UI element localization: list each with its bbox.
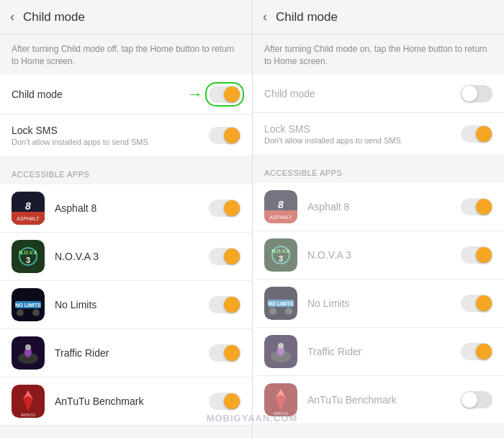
svg-text:3: 3	[279, 254, 283, 263]
left-child-mode-toggle[interactable]	[209, 86, 240, 103]
right-asphalt-name: Asphalt 8	[307, 201, 461, 213]
left-antutu-icon: ANTUTU	[12, 385, 45, 418]
left-section-header: ACCESSIBLE APPS	[0, 157, 252, 184]
main-container: ‹ Child mode After turning Child mode of…	[0, 0, 504, 438]
svg-text:ASPHALT: ASPHALT	[269, 215, 292, 220]
right-nova-name: N.O.V.A 3	[307, 249, 461, 261]
left-content: After turning Child mode off, tap the Ho…	[0, 35, 252, 438]
right-header: ‹ Child mode	[253, 0, 504, 35]
svg-point-37	[278, 343, 284, 349]
right-antutu-toggle[interactable]	[461, 391, 492, 408]
left-antutu-toggle[interactable]	[209, 393, 240, 410]
left-header: ‹ Child mode	[0, 0, 252, 35]
right-lock-sms-label: Lock SMS	[264, 123, 401, 135]
svg-text:3: 3	[26, 256, 30, 264]
left-header-title: Child mode	[23, 10, 85, 24]
left-asphalt-icon: 8 ASPHALT	[12, 192, 45, 225]
right-trafficrider-toggle[interactable]	[461, 343, 492, 360]
left-app-nolimits: NO LIMITS No Limits	[0, 281, 252, 329]
left-asphalt-name: Asphalt 8	[55, 202, 209, 214]
right-nolimits-toggle[interactable]	[461, 295, 492, 312]
left-child-mode-row: Child mode →	[0, 75, 252, 115]
green-arrow-icon: →	[187, 85, 203, 104]
right-nova-icon: N.O.V.A 3	[264, 238, 297, 272]
right-app-nolimits: NO LIMITS No Limits	[253, 280, 504, 328]
right-content: After turning Child mode on, tap the Hom…	[253, 35, 504, 438]
left-antutu-name: AnTuTu Benchmark	[55, 395, 209, 407]
left-nova-toggle[interactable]	[209, 248, 240, 265]
right-panel: ‹ Child mode After turning Child mode on…	[252, 0, 504, 438]
right-section-header-text: ACCESSIBLE APPS	[264, 169, 342, 177]
svg-text:ASPHALT: ASPHALT	[17, 216, 40, 221]
right-nolimits-icon: NO LIMITS	[264, 287, 297, 320]
right-app-antutu: ANTUTU AnTuTu Benchmark	[253, 376, 504, 424]
left-nova-name: N.O.V.A 3	[55, 251, 209, 262]
left-app-antutu: ANTUTU AnTuTu Benchmark	[0, 377, 252, 426]
right-back-arrow[interactable]: ‹	[263, 9, 267, 24]
left-panel: ‹ Child mode After turning Child mode of…	[0, 0, 252, 438]
left-child-mode-label: Child mode	[12, 89, 63, 100]
right-child-mode-label: Child mode	[264, 88, 315, 99]
left-trafficrider-toggle[interactable]	[209, 344, 240, 362]
svg-text:N.O.V.A: N.O.V.A	[271, 249, 289, 254]
right-child-mode-row: Child mode	[253, 75, 504, 113]
left-lock-sms-row: Lock SMS Don't allow installed apps to s…	[0, 115, 252, 157]
left-nolimits-name: No Limits	[55, 299, 209, 310]
right-app-trafficrider: Traffic Rider	[253, 328, 504, 376]
right-asphalt-icon: 8 ASPHALT	[264, 190, 297, 223]
svg-text:8: 8	[25, 200, 31, 212]
left-trafficrider-name: Traffic Rider	[55, 347, 209, 359]
svg-text:NO LIMITS: NO LIMITS	[268, 301, 294, 306]
left-asphalt-toggle[interactable]	[209, 200, 240, 217]
right-lock-sms-toggle[interactable]	[461, 125, 492, 143]
svg-point-33	[285, 308, 292, 315]
left-section-header-text: ACCESSIBLE APPS	[12, 170, 89, 179]
svg-text:NO LIMITS: NO LIMITS	[15, 303, 41, 308]
svg-text:ANTUTU: ANTUTU	[274, 411, 289, 416]
green-box	[209, 86, 240, 103]
svg-point-32	[269, 308, 276, 315]
right-trafficrider-name: Traffic Rider	[307, 346, 461, 357]
left-nolimits-icon: NO LIMITS	[12, 288, 45, 321]
svg-text:8: 8	[278, 199, 284, 210]
right-lock-sms-text: Lock SMS Don't allow installed apps to s…	[264, 123, 401, 145]
right-nolimits-name: No Limits	[307, 298, 461, 309]
right-lock-sms-row: Lock SMS Don't allow installed apps to s…	[253, 113, 504, 156]
left-back-arrow[interactable]: ‹	[10, 9, 14, 24]
right-antutu-icon: ANTUTU	[264, 383, 297, 416]
right-description: After turning Child mode on, tap the Hom…	[253, 35, 504, 75]
svg-point-11	[17, 309, 24, 316]
left-lock-sms-toggle[interactable]	[209, 127, 240, 144]
left-lock-sms-sub: Don't allow installed apps to send SMS	[12, 138, 148, 146]
right-app-nova: N.O.V.A 3 N.O.V.A 3	[253, 231, 504, 280]
right-asphalt-toggle[interactable]	[461, 198, 492, 215]
left-child-mode-toggle-wrapper: →	[187, 85, 240, 104]
svg-point-12	[32, 309, 40, 316]
svg-point-16	[25, 344, 31, 350]
right-nova-toggle[interactable]	[461, 246, 492, 264]
left-nova-icon: N.O.V.A 3	[12, 240, 45, 273]
svg-text:ANTUTU: ANTUTU	[21, 413, 36, 417]
right-trafficrider-icon	[264, 335, 297, 368]
left-lock-sms-label: Lock SMS	[12, 125, 148, 136]
right-app-asphalt: 8 ASPHALT Asphalt 8	[253, 183, 504, 231]
right-section-header: ACCESSIBLE APPS	[253, 156, 504, 183]
left-trafficrider-icon	[12, 336, 45, 370]
svg-text:N.O.V.A: N.O.V.A	[19, 250, 37, 255]
right-header-title: Child mode	[276, 10, 338, 24]
left-lock-sms-text: Lock SMS Don't allow installed apps to s…	[12, 125, 148, 146]
left-app-asphalt: 8 ASPHALT Asphalt 8	[0, 184, 252, 233]
right-antutu-name: AnTuTu Benchmark	[307, 394, 461, 406]
right-lock-sms-sub: Don't allow installed apps to send SMS	[264, 136, 401, 145]
left-app-trafficrider: Traffic Rider	[0, 329, 252, 377]
left-nolimits-toggle[interactable]	[209, 296, 240, 313]
left-app-nova: N.O.V.A 3 N.O.V.A 3	[0, 233, 252, 281]
right-child-mode-toggle[interactable]	[461, 85, 492, 102]
left-description: After turning Child mode off, tap the Ho…	[0, 35, 252, 75]
